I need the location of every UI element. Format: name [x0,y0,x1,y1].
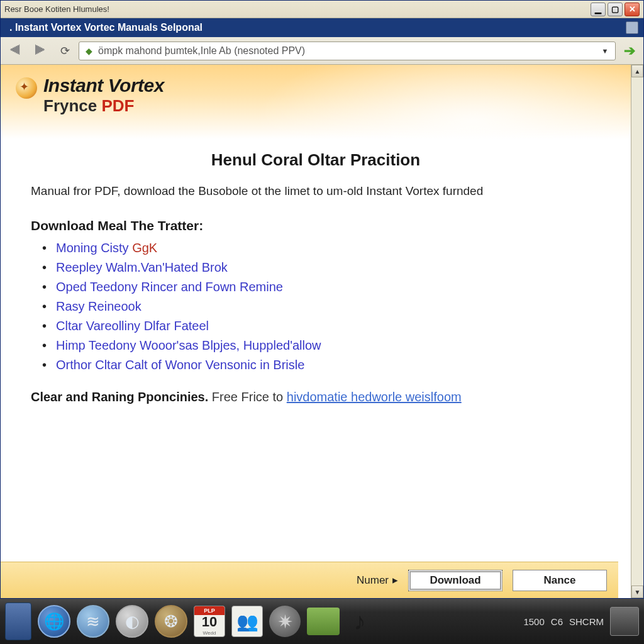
download-list: Moning Cisty GgKReepley Walm.Van'Hated B… [31,241,601,372]
titlebar: Resr Booe Kotiten Hlumules! ▁ ▢ ✕ [1,1,643,18]
contacts-taskbar-icon[interactable]: 👥 [231,606,263,637]
tab-bar: . Instant Vortex Vortec Manuals Selponal [1,18,643,37]
tray-c: C6 [551,616,563,627]
download-link[interactable]: Moning Cisty GgK [56,241,601,255]
close-button[interactable]: ✕ [625,3,640,16]
brand-line1: Instant Vortex [43,75,164,96]
viewport: Instant Vortex Frynce PDF Henul Coral Ol… [1,65,643,598]
calendar-top: PLP [194,606,225,615]
settings-taskbar-icon[interactable]: ✷ [269,606,301,637]
taskbar: 🌐 ≋ ◐ ❂ PLP 10 Wedd 👥 ✷ ♪ 1500 C6 SHCRM [0,599,644,644]
page-icon: ◆ [83,45,94,57]
app2-taskbar-icon[interactable]: ❂ [155,605,187,638]
download-header: Download Meal The Tratter: [31,218,601,233]
music-taskbar-icon[interactable]: ♪ [346,606,374,637]
footer-line: Clear and Raning Pponcinies. Free Frice … [31,390,601,404]
scroll-up-button[interactable]: ▲ [631,65,643,77]
calendar-sub: Wedd [203,630,216,636]
calendar-taskbar-icon[interactable]: PLP 10 Wedd [194,606,225,637]
brand: Instant Vortex Frynce PDF [16,75,616,116]
green-app-taskbar-icon[interactable] [307,608,340,635]
minimize-button[interactable]: ▁ [591,3,606,16]
download-link[interactable]: Himp Teedony Wooor'sas Blpjes, Huppled'a… [56,338,601,353]
browser-taskbar-icon[interactable]: 🌐 [38,605,70,638]
download-button[interactable]: Download [408,570,502,591]
site-banner: Instant Vortex Frynce PDF [1,65,631,139]
scroll-track[interactable] [631,77,643,586]
tray-expand-icon[interactable] [610,607,639,636]
tab-side-icon[interactable] [626,21,638,34]
footer-plain: Free Frice to [208,390,286,404]
people-icon: 👥 [236,611,258,632]
nance-button[interactable]: Nance [513,570,607,591]
back-button[interactable]: ⯇ [6,41,26,61]
start-panel-icon[interactable] [5,602,31,640]
scroll-down-button[interactable]: ▼ [631,586,643,598]
chevron-right-icon: ▸ [392,574,398,587]
tab-active[interactable]: . Instant Vortex Vortec Manuals Selponal [6,19,626,36]
reload-button[interactable]: ⟳ [56,42,74,60]
page-intro: Manual fror PDF, download the Busobole o… [31,184,601,199]
bottom-bar: Numer ▸ Download Nance [1,562,618,598]
swirl-taskbar-icon[interactable]: ≋ [77,605,109,638]
brand-line2: Frynce PDF [43,96,164,116]
app1-taskbar-icon[interactable]: ◐ [116,605,148,638]
window-title: Resr Booe Kotiten Hlumules! [4,4,591,14]
go-arrow-icon: ➔ [624,43,635,59]
address-bar[interactable]: ◆ ▼ [79,42,616,60]
download-link[interactable]: Cltar Vareolliny Dlfar Fateel [56,319,601,333]
calendar-day: 10 [202,614,217,630]
system-tray: 1500 C6 SHCRM [523,607,639,636]
vertical-scrollbar[interactable]: ▲ ▼ [631,65,643,598]
page-body: Henul Coral Oltar Pracition Manual fror … [1,139,631,404]
footer-bold: Clear and Raning Pponcinies. [31,390,208,404]
address-input[interactable] [98,45,599,57]
nav-toolbar: ⯇ ⯈ ⟳ ◆ ▼ ➔ [1,37,643,65]
brand-text: Instant Vortex Frynce PDF [43,75,164,116]
download-link[interactable]: Rasy Reineook [56,299,601,314]
brand-logo-icon [16,77,37,99]
tray-s: SHCRM [569,616,604,627]
numer-label[interactable]: Numer ▸ [357,574,398,587]
page-heading: Henul Coral Oltar Pracition [31,150,601,170]
address-dropdown-icon[interactable]: ▼ [599,45,611,57]
window-controls: ▁ ▢ ✕ [591,3,640,16]
download-link[interactable]: Oped Teedony Rincer and Fown Remine [56,280,601,294]
forward-button[interactable]: ⯈ [31,41,51,61]
page-content: Instant Vortex Frynce PDF Henul Coral Ol… [1,65,631,598]
download-link[interactable]: Orthor Cltar Calt of Wonor Vensonic in B… [56,358,601,372]
browser-window: Resr Booe Kotiten Hlumules! ▁ ▢ ✕ . Inst… [0,0,644,599]
footer-link[interactable]: hivdomatie hedworle weislfoom [287,390,462,404]
go-button[interactable]: ➔ [621,42,638,60]
download-link[interactable]: Reepley Walm.Van'Hated Brok [56,260,601,275]
tray-time: 1500 [523,616,544,627]
maximize-button[interactable]: ▢ [608,3,623,16]
